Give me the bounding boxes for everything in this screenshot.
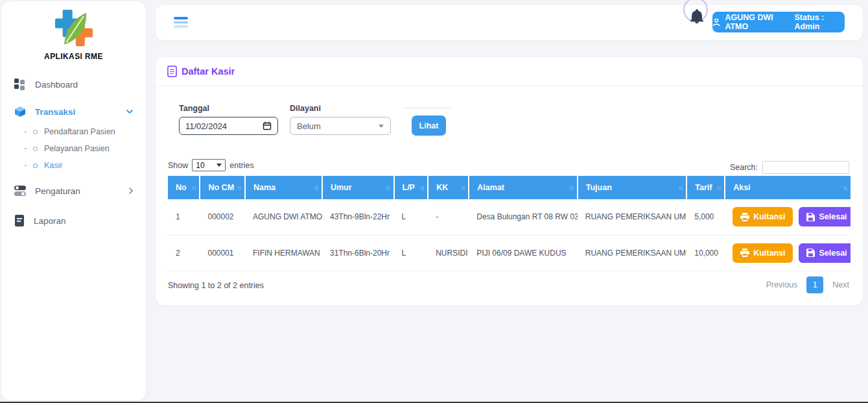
cell-no-cm: 000002 (200, 199, 244, 235)
sidebar-item-transaksi[interactable]: Transaksi (1, 100, 146, 123)
table-info: Showing 1 to 2 of 2 entries (168, 281, 264, 290)
column-header-kk[interactable]: KK↑↓ (428, 176, 469, 199)
cell-lp: L (394, 199, 428, 235)
entries-label: entries (229, 161, 254, 170)
search-control: Search: (730, 161, 849, 174)
table-row: 2 000001 FIFIN HERMAWAN 31Thn-6Bln-20Hr … (168, 235, 850, 271)
bullet-ring-icon (33, 164, 38, 168)
sidebar-item-label: Kasir (44, 161, 62, 170)
bullet-ring-icon (33, 130, 38, 134)
tanggal-date-input[interactable]: 11/02/2024 (179, 117, 278, 135)
kuitansi-button[interactable]: Kuitansi (733, 243, 793, 263)
bullet-ring-icon (33, 147, 38, 151)
dashboard-grid-icon (14, 79, 26, 90)
column-header-no[interactable]: No↑↓ (168, 176, 200, 199)
save-icon (806, 213, 815, 221)
sort-icon: ↑↓ (314, 184, 318, 191)
user-status: Status : Admin (794, 13, 845, 31)
sidebar-item-pengaturan[interactable]: Pengaturan (1, 179, 146, 202)
sidebar-item-pelayanan-pasien[interactable]: Pelayanan Pasien (1, 140, 146, 157)
cell-umur: 31Thn-6Bln-20Hr (322, 235, 394, 271)
cell-tujuan: RUANG PEMERIKSAAN UMUM (578, 199, 686, 235)
user-menu-button[interactable]: AGUNG DWI ATMO Status : Admin (712, 12, 845, 32)
app-logo[interactable]: APLIKASI RME (1, 1, 146, 61)
transaksi-submenu: Pendaftaran Pasien Pelayanan Pasien Kasi… (1, 123, 146, 174)
cell-alamat: PIJI 06/09 DAWE KUDUS (469, 235, 577, 271)
dash-decoration (25, 131, 27, 132)
next-page-button[interactable]: Next (832, 280, 849, 289)
person-icon (712, 18, 720, 27)
sidebar-item-dashboard[interactable]: Dashboard (1, 73, 146, 96)
printer-icon (740, 249, 749, 257)
sidebar-menu: Dashboard Transaksi Pendaftaran Pasien (1, 73, 146, 232)
tanggal-value: 11/02/2024 (185, 121, 227, 131)
sidebar-item-pendaftaran-pasien[interactable]: Pendaftaran Pasien (1, 123, 146, 140)
column-header-nama[interactable]: Nama↑↓ (245, 176, 322, 199)
sort-icon: ↑↓ (678, 184, 682, 191)
cell-tujuan: RUANG PEMERIKSAAN UMUM (578, 235, 686, 271)
column-header-no-cm[interactable]: No CM↑↓ (200, 176, 244, 199)
hamburger-icon (174, 17, 188, 19)
cell-tarif: 10,000 (686, 235, 725, 271)
page-title: Daftar Kasir (182, 66, 235, 77)
column-header-aksi[interactable]: Aksi↑↓ (725, 176, 850, 199)
dash-decoration (25, 165, 27, 166)
document-icon (14, 215, 25, 226)
sort-icon: ↑↓ (386, 184, 390, 191)
divider-line (402, 108, 451, 108)
calendar-icon[interactable] (263, 121, 272, 130)
cell-no-cm: 000001 (200, 235, 244, 271)
card-header: Daftar Kasir (156, 57, 863, 86)
sort-icon: ↑↓ (843, 184, 847, 191)
column-header-umur[interactable]: Umur↑↓ (322, 176, 394, 199)
sidebar: APLIKASI RME Dashboard Transaksi (1, 1, 146, 400)
cell-lp: L (394, 235, 428, 271)
table-row: 1 000002 AGUNG DWI ATMO 43Thn-9Bln-22Hr … (168, 199, 850, 235)
cell-kk: - (428, 199, 469, 235)
sidebar-item-kasir[interactable]: Kasir (1, 157, 146, 174)
column-header-alamat[interactable]: Alamat↑↓ (469, 176, 577, 199)
current-page-button[interactable]: 1 (806, 276, 823, 293)
kuitansi-button[interactable]: Kuitansi (733, 207, 793, 226)
page-length-control: Show 10 entries (168, 159, 254, 171)
content-card: Daftar Kasir Tanggal 11/02/2024 Dilayani… (156, 57, 863, 305)
cell-nama: FIFIN HERMAWAN (245, 235, 322, 271)
save-icon (806, 249, 815, 257)
dilayani-value: Belum (297, 121, 321, 131)
printer-icon (740, 213, 749, 221)
page-length-select[interactable]: 10 (192, 159, 226, 171)
cell-aksi: Kuitansi Selesai (725, 235, 850, 271)
tanggal-label: Tanggal (179, 104, 209, 113)
column-header-lp[interactable]: L/P↑↓ (394, 176, 428, 199)
previous-page-button[interactable]: Previous (766, 280, 798, 289)
notifications-button[interactable] (683, 0, 708, 31)
cube-icon (14, 106, 26, 117)
lihat-button[interactable]: Lihat (412, 116, 446, 136)
sidebar-toggle-button[interactable] (174, 17, 188, 30)
cell-no: 1 (168, 199, 200, 235)
cell-nama: AGUNG DWI ATMO (245, 199, 322, 235)
search-input[interactable] (762, 161, 849, 174)
sidebar-item-laporan[interactable]: Laporan (1, 209, 146, 232)
sidebar-item-label: Pelayanan Pasien (44, 144, 110, 153)
sidebar-item-label: Laporan (34, 216, 66, 226)
page-title-doc-icon (167, 66, 177, 77)
cell-umur: 43Thn-9Bln-22Hr (322, 199, 394, 235)
kasir-table: No↑↓ No CM↑↓ Nama↑↓ Umur↑↓ L/P↑↓ KK↑↓ Al… (168, 176, 850, 271)
sidebar-item-label: Transaksi (35, 107, 75, 117)
chevron-down-icon (217, 164, 222, 167)
chevron-down-icon (126, 110, 133, 114)
selesai-button[interactable]: Selesai (799, 243, 850, 263)
app-title: APLIKASI RME (1, 52, 146, 61)
medical-cross-leaf-icon (51, 9, 97, 48)
table-header-row: No↑↓ No CM↑↓ Nama↑↓ Umur↑↓ L/P↑↓ KK↑↓ Al… (168, 176, 850, 199)
column-header-tujuan[interactable]: Tujuan↑↓ (578, 176, 686, 199)
sidebar-item-label: Pengaturan (35, 186, 80, 196)
column-header-tarif[interactable]: Tarif↑↓ (686, 176, 725, 199)
dilayani-select[interactable]: Belum (290, 117, 391, 135)
cell-kk: NURSIDI (428, 235, 469, 271)
sort-icon: ↑↓ (460, 184, 464, 191)
page-length-value: 10 (196, 161, 204, 170)
selesai-button[interactable]: Selesai (799, 207, 850, 226)
cell-no: 2 (168, 235, 200, 271)
